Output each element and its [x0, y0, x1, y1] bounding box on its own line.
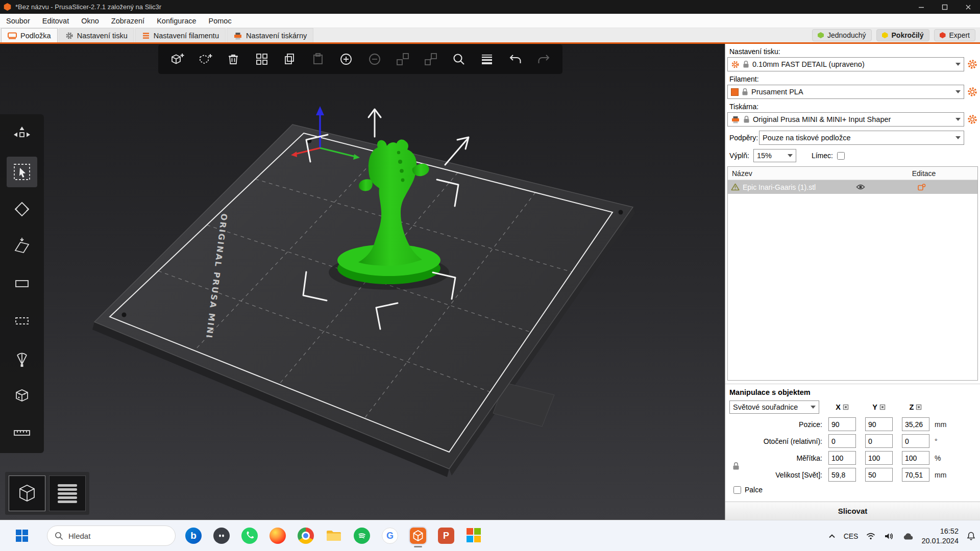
filament-gear-button[interactable]: [964, 86, 980, 97]
printer-gear-button[interactable]: [964, 114, 980, 125]
edit-column-header: Editace: [906, 169, 942, 178]
paste-button[interactable]: [306, 47, 330, 71]
size-y-input[interactable]: [865, 468, 893, 482]
inches-checkbox[interactable]: [733, 486, 741, 494]
prusaslicer-app-icon[interactable]: [409, 527, 427, 544]
edge-app-icon[interactable]: b: [185, 527, 202, 544]
paint-supports-tool-button[interactable]: [7, 343, 37, 373]
object-list-row[interactable]: Epic Inari-Gaaris (1).stl: [728, 180, 977, 194]
tab-filament-settings[interactable]: Nastavení filamentu: [135, 28, 226, 42]
rotation-x-input[interactable]: [828, 434, 856, 448]
position-x-input[interactable]: [828, 417, 856, 431]
menu-okno[interactable]: Okno: [75, 14, 105, 28]
import-object-button[interactable]: [193, 47, 217, 71]
print-settings-gear-button[interactable]: [964, 59, 980, 70]
filament-combo[interactable]: Prusament PLA: [727, 85, 964, 99]
uniform-scale-lock-icon[interactable]: [732, 462, 740, 470]
seam-tool-button[interactable]: [7, 380, 37, 411]
notifications-bell-icon[interactable]: [966, 531, 976, 541]
scale-y-input[interactable]: [865, 451, 893, 465]
view-layers-preview-button[interactable]: [49, 475, 86, 511]
tray-chevron-up-icon[interactable]: [828, 533, 836, 540]
menu-soubor[interactable]: Soubor: [0, 14, 36, 28]
supports-combo[interactable]: Pouze na tiskové podložce: [759, 131, 964, 145]
size-z-input[interactable]: [902, 468, 929, 482]
powerpoint-app-icon[interactable]: P: [437, 527, 455, 544]
visibility-eye-icon[interactable]: [856, 184, 865, 190]
onedrive-cloud-icon[interactable]: [901, 532, 914, 540]
tab-plater[interactable]: Podložka: [1, 28, 58, 42]
move-icon: [12, 125, 32, 144]
view-3d-editor-button[interactable]: [9, 475, 45, 511]
place-on-face-tool-button[interactable]: [7, 231, 37, 262]
move-tool-button[interactable]: [7, 119, 37, 150]
rotation-y-input[interactable]: [865, 434, 893, 448]
undo-button[interactable]: [504, 47, 527, 71]
whatsapp-app-icon[interactable]: [241, 527, 258, 544]
slice-button[interactable]: Slicovat: [725, 502, 980, 520]
split-to-objects-button[interactable]: [391, 47, 414, 71]
volume-icon[interactable]: [884, 531, 894, 541]
add-object-button[interactable]: [165, 47, 189, 71]
taskbar-clock[interactable]: 16:52 20.01.2024: [921, 527, 959, 546]
scale-x-input[interactable]: [828, 451, 856, 465]
delete-object-button[interactable]: [222, 47, 245, 71]
office-app-icon[interactable]: [465, 527, 483, 544]
menu-zobrazeni[interactable]: Zobrazení: [105, 14, 151, 28]
3d-viewport[interactable]: ORIGINAL PRUSA MINI: [0, 44, 725, 520]
g-app-icon[interactable]: G: [381, 527, 399, 544]
variable-layer-height-button[interactable]: [475, 47, 499, 71]
file-explorer-app-icon[interactable]: [325, 527, 342, 544]
add-instance-button[interactable]: [334, 47, 358, 71]
axis-frame-icon: [879, 404, 886, 410]
minimize-button[interactable]: [910, 0, 933, 14]
scale-z-input[interactable]: [902, 451, 929, 465]
wifi-icon[interactable]: [866, 532, 876, 540]
tab-print-settings[interactable]: Nastavení tisku: [59, 28, 134, 42]
scale-tool-button[interactable]: [7, 268, 37, 299]
edit-object-icon[interactable]: [917, 183, 926, 191]
redo-button[interactable]: [532, 47, 555, 71]
start-button[interactable]: [15, 529, 29, 544]
tab-printer-settings[interactable]: Nastavení tiskárny: [227, 28, 313, 42]
brim-checkbox[interactable]: [837, 152, 845, 160]
cut-tool-button[interactable]: [7, 306, 37, 336]
infill-combo[interactable]: 15%: [753, 149, 796, 162]
taskbar-search[interactable]: Hledat: [47, 525, 176, 546]
object-name: Epic Inari-Gaaris (1).stl: [743, 183, 856, 191]
coordinate-space-combo[interactable]: Světové souřadnice: [729, 400, 819, 414]
maximize-button[interactable]: [933, 0, 957, 14]
3d-scene[interactable]: ORIGINAL PRUSA MINI: [0, 44, 725, 520]
menu-pomoc[interactable]: Pomoc: [203, 14, 238, 28]
redo-icon: [536, 52, 551, 67]
firefox-app-icon[interactable]: [269, 527, 286, 544]
menu-konfigurace[interactable]: Konfigurace: [151, 14, 202, 28]
mode-simple-button[interactable]: Jednoduchý: [812, 29, 872, 41]
split-parts-icon: [423, 52, 438, 67]
mode-expert-button[interactable]: Expert: [934, 29, 975, 41]
name-column-header: Název: [728, 169, 906, 178]
position-z-input[interactable]: [902, 417, 929, 431]
copy-button[interactable]: [278, 47, 302, 71]
remove-instance-button[interactable]: [363, 47, 386, 71]
position-y-input[interactable]: [865, 417, 893, 431]
discord-app-icon[interactable]: [213, 527, 230, 544]
printer-combo[interactable]: Original Prusa MINI & MINI+ Input Shaper: [727, 112, 964, 127]
spotify-app-icon[interactable]: [353, 527, 371, 544]
menu-editovat[interactable]: Editovat: [36, 14, 75, 28]
select-tool-button[interactable]: [7, 157, 37, 187]
keyboard-language[interactable]: CES: [844, 532, 859, 540]
close-button[interactable]: [957, 0, 980, 14]
search-button[interactable]: [447, 47, 471, 71]
arrange-icon: [254, 52, 270, 67]
chrome-app-icon[interactable]: [297, 527, 314, 544]
rotate-tool-button[interactable]: [7, 194, 37, 224]
split-to-parts-button[interactable]: [419, 47, 443, 71]
mode-advanced-button[interactable]: Pokročilý: [876, 29, 929, 41]
rotation-z-input[interactable]: [902, 434, 929, 448]
measure-tool-button[interactable]: [7, 417, 37, 448]
size-x-input[interactable]: [828, 468, 856, 482]
print-settings-combo[interactable]: 0.10mm FAST DETAIL (upraveno): [727, 57, 964, 71]
arrange-button[interactable]: [250, 47, 274, 71]
remove-instance-icon: [367, 52, 382, 67]
